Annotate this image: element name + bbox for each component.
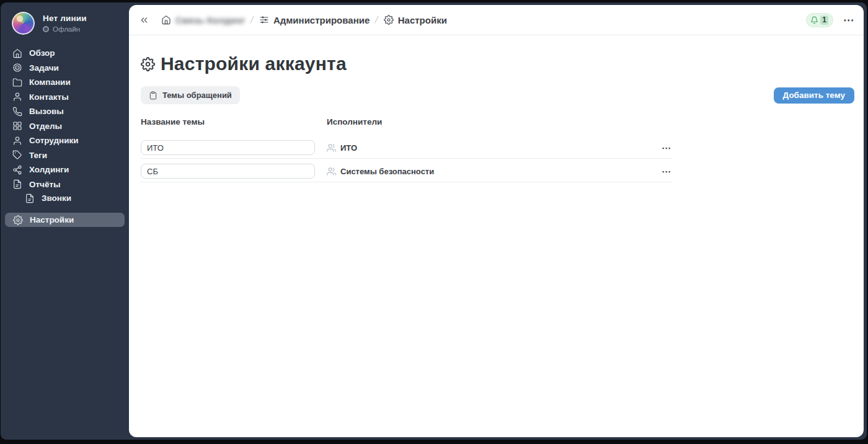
home-icon [12,48,22,58]
clipboard-icon [149,91,157,100]
offline-status-icon [43,26,49,32]
gear-icon [13,215,23,225]
executors-cell[interactable]: Системы безопасности [327,167,434,176]
collapse-sidebar-button[interactable] [139,15,149,25]
table-header: Название темы Исполнители [141,117,673,127]
sidebar-item-holdings[interactable]: Холдинги [1,162,129,177]
profile-status-label: Офлайн [53,25,80,33]
sidebar-nav: Обзор Задачи Компании Контакты Вызовы От… [1,46,129,227]
page-title: Настройки аккаунта [161,53,347,74]
breadcrumb: Связь-Холдинг / Администрирование / Наст… [161,14,447,25]
folder-icon [12,78,22,87]
row-menu-button[interactable]: ⋯ [662,167,671,176]
breadcrumb-settings[interactable]: Настройки [384,15,447,25]
tab-topics[interactable]: Темы обращений [141,86,240,104]
document-icon [12,179,22,189]
sidebar-item-overview[interactable]: Обзор [1,46,129,61]
users-icon [327,143,336,153]
phone-icon [12,107,22,117]
tag-icon [12,150,22,160]
sidebar-item-companies[interactable]: Компании [1,75,129,90]
home-icon [161,15,171,25]
topbar: Связь-Холдинг / Администрирование / Наст… [129,5,864,35]
gear-icon [141,57,155,71]
table-row: Системы безопасности ⋯ [141,159,673,182]
sidebar: Нет линии Офлайн Обзор Задачи Компании К… [1,2,129,440]
topbar-menu-button[interactable]: ⋯ [843,15,854,25]
notification-count: 1 [820,16,828,25]
target-icon [12,63,22,73]
sidebar-item-departments[interactable]: Отделы [1,119,129,134]
table-row: ИТО ⋯ [141,135,673,159]
app-window: Нет линии Офлайн Обзор Задачи Компании К… [1,2,867,440]
profile-name: Нет линии [43,14,87,23]
bell-icon [810,16,818,24]
person-icon [12,92,22,102]
person-icon [12,136,22,146]
column-header-executors: Исполнители [327,117,382,127]
avatar[interactable] [12,12,35,35]
settings-content: Настройки аккаунта Темы обращений Добави… [129,35,864,182]
sidebar-item-reports[interactable]: Отчёты [1,177,129,192]
document-icon [25,193,35,203]
sidebar-item-calls-report[interactable]: Звонки [1,192,129,205]
executors-value: Системы безопасности [340,167,434,176]
profile-status: Офлайн [43,25,87,33]
sidebar-item-tags[interactable]: Теги [1,148,129,163]
grid-icon [12,121,22,131]
chevrons-left-icon [139,15,149,25]
sidebar-item-tasks[interactable]: Задачи [1,61,129,76]
sliders-icon [259,15,269,25]
executors-value: ИТО [340,143,357,153]
profile-block[interactable]: Нет линии Офлайн [1,2,129,35]
row-menu-button[interactable]: ⋯ [662,143,671,153]
topics-table: Название темы Исполнители ИТО ⋯ [141,117,673,182]
breadcrumb-account[interactable]: Связь-Холдинг [161,15,245,25]
topic-name-input[interactable] [141,164,315,179]
breadcrumb-administration[interactable]: Администрирование [259,15,370,25]
sidebar-item-settings[interactable]: Настройки [5,213,125,227]
gear-icon [384,15,394,25]
breadcrumb-separator: / [250,14,255,25]
sidebar-item-employees[interactable]: Сотрудники [1,133,129,148]
notification-badge[interactable]: 1 [806,13,833,27]
executors-cell[interactable]: ИТО [327,143,357,153]
users-icon [327,167,336,176]
sidebar-item-calls[interactable]: Вызовы [1,104,129,119]
breadcrumb-separator: / [374,14,379,25]
add-topic-button[interactable]: Добавить тему [774,87,854,104]
main-panel: Связь-Холдинг / Администрирование / Наст… [129,5,864,437]
topic-name-input[interactable] [141,140,315,155]
hierarchy-icon [12,165,22,175]
sidebar-item-contacts[interactable]: Контакты [1,90,129,105]
column-header-topic-name: Название темы [141,117,327,127]
